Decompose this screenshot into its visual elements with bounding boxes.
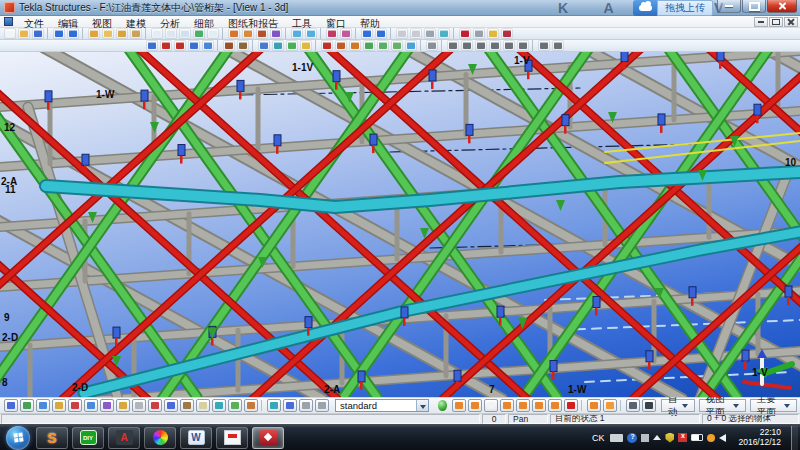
measure-tool-icon[interactable] [424,28,436,39]
add-point-projection-icon[interactable] [489,40,501,51]
view-plane-snap-icon[interactable] [626,399,640,412]
minimize-button[interactable] [717,0,741,13]
add-point-along-line-icon[interactable] [447,40,459,51]
usb-icon[interactable] [641,434,649,442]
close-button[interactable] [767,0,797,13]
create-panel-icon[interactable] [377,40,389,51]
snap-free-icon[interactable] [484,399,498,412]
undo-icon[interactable] [53,28,65,39]
macro-list-icon[interactable] [473,28,485,39]
create-spiral-beam-icon[interactable] [202,40,214,51]
help-bubble-icon[interactable] [627,433,637,443]
menu-file[interactable]: 文件 [17,18,51,29]
select-joints-icon[interactable] [100,399,114,412]
volume-icon[interactable] [719,434,726,442]
create-strip-footing-icon[interactable] [391,40,403,51]
view-list-icon[interactable] [165,28,177,39]
filter-apply-icon[interactable] [438,400,447,411]
select-bolts-icon[interactable] [148,399,162,412]
xsnap-icon[interactable] [587,399,601,412]
taskbar-app-diy[interactable]: DIY [72,427,104,449]
screenshot-icon[interactable] [326,28,338,39]
new-model-icon[interactable] [4,28,16,39]
cloud-upload-overlay[interactable]: 拖拽上传 [633,0,713,16]
task-manager-icon[interactable] [270,28,282,39]
tray-expand-icon[interactable] [653,435,661,440]
open-model-icon[interactable] [18,28,30,39]
menu-tools[interactable]: 工具 [285,18,319,29]
clash-check-icon[interactable] [438,28,450,39]
create-polybeam-icon[interactable] [174,40,186,51]
new-view-icon[interactable] [151,28,163,39]
create-animation-icon[interactable] [305,28,317,39]
create-clip-plane-icon[interactable] [193,28,205,39]
mdi-restore-button[interactable] [769,17,783,27]
render-settings-icon[interactable] [340,28,352,39]
snap-confirm-icon[interactable] [564,399,578,412]
smart-select-icon[interactable] [315,399,329,412]
menu-view[interactable]: 视图 [85,18,119,29]
menu-modeling[interactable]: 建模 [119,18,153,29]
select-rebars-icon[interactable] [228,399,242,412]
security-shield-icon[interactable] [665,433,674,443]
add-point-extension-icon[interactable] [517,40,529,51]
redo-icon[interactable] [67,28,79,39]
create-bolts-icon[interactable] [237,40,249,51]
component-db-icon[interactable] [501,28,513,39]
maximize-button[interactable] [742,0,766,13]
mdi-minimize-button[interactable] [754,17,768,27]
chevron-down-icon[interactable] [416,400,428,411]
taskbar-app-word[interactable]: W [180,427,212,449]
snap-direction-arrow-icon[interactable] [603,399,617,412]
organizer-icon[interactable] [256,28,268,39]
select-all-icon[interactable] [4,399,18,412]
work-plane-snap-icon[interactable] [642,399,656,412]
drag-and-drop-icon[interactable] [299,399,313,412]
create-slab-icon[interactable] [363,40,375,51]
snap-mode-dropdown[interactable]: 自动 [661,399,695,412]
taskbar-app-colorwheel[interactable] [144,427,176,449]
inquire-object-icon[interactable] [426,40,438,51]
help-icon[interactable] [361,28,373,39]
selection-filter-combo[interactable]: standard [335,399,429,412]
phase-manager-icon[interactable] [242,28,254,39]
select-views-icon[interactable] [132,399,146,412]
snap-to-geometry-points-icon[interactable] [468,399,482,412]
menu-help[interactable]: 帮助 [353,18,387,29]
paste-icon[interactable] [102,28,114,39]
select-assemblies-icon[interactable] [244,399,258,412]
create-detail-icon[interactable] [272,40,284,51]
fly-through-icon[interactable] [291,28,303,39]
add-point-at-intersection-icon[interactable] [461,40,473,51]
select-grid-lines-icon[interactable] [84,399,98,412]
export-icon[interactable] [130,28,142,39]
updates-icon[interactable] [707,434,715,442]
select-grids-icon[interactable] [68,399,82,412]
taskbar-app-sogou[interactable]: S [36,427,68,449]
snap-to-perpendicular-icon[interactable] [532,399,546,412]
relative-coordinates-icon[interactable] [552,40,564,51]
model-viewport[interactable]: 1-W1-1V1-V122-A1192-D82-D2-A71-W101-V [0,52,800,397]
taskbar-app-tekla[interactable] [252,427,284,449]
show-desktop-button[interactable] [791,426,798,450]
upload-button[interactable]: 拖拽上传 [657,0,713,16]
menu-edit[interactable]: 编辑 [51,18,85,29]
taskbar-app-pdf[interactable] [216,427,248,449]
erase-view-icon[interactable] [207,28,219,39]
context-help-icon[interactable] [375,28,387,39]
fit-work-area-icon[interactable] [179,28,191,39]
ime-icon[interactable] [610,434,623,442]
create-construction-line-icon[interactable] [335,40,347,51]
taskbar-clock[interactable]: 22:10 2016/12/12 [738,428,781,447]
component-catalog-icon[interactable] [286,40,298,51]
select-objects-in-components-icon[interactable] [267,399,281,412]
work-plane-dropdown[interactable]: 主要平面 [750,399,797,412]
menu-window[interactable]: 窗口 [319,18,353,29]
snap-to-reference-points-icon[interactable] [452,399,466,412]
work-plane-tool-icon[interactable] [410,28,422,39]
create-weld-icon[interactable] [223,40,235,51]
import-icon[interactable] [116,28,128,39]
create-point-icon[interactable] [321,40,333,51]
snap-to-midpoints-icon[interactable] [500,399,514,412]
auto-connection-icon[interactable] [258,40,270,51]
